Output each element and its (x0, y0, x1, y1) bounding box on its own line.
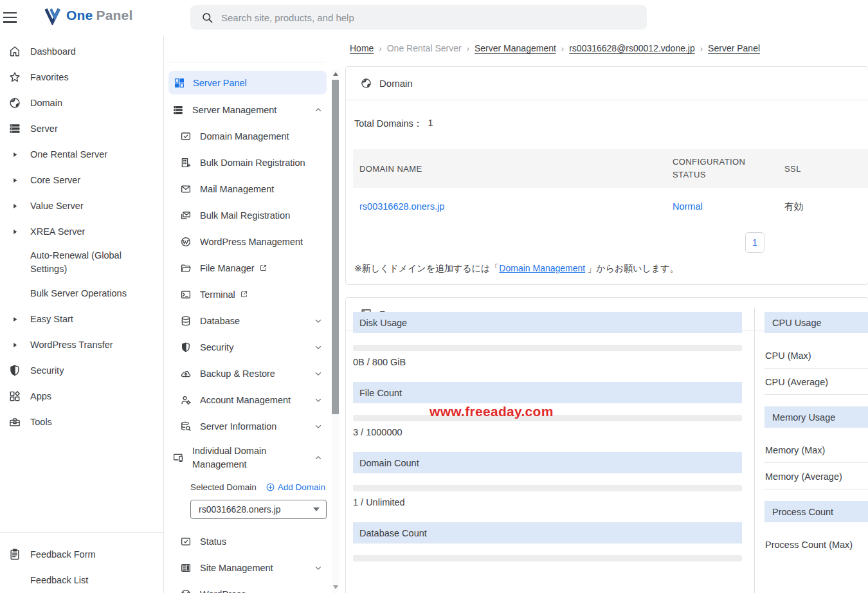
domain-select[interactable]: rs00316628.oners.jp (190, 500, 327, 519)
sidebar-item-easy-start[interactable]: Easy Start (0, 306, 163, 332)
sidebar-item-security[interactable]: Security (0, 358, 163, 383)
sidebar-item-value-server[interactable]: Value Server (0, 193, 163, 219)
search-bar[interactable] (190, 5, 647, 30)
menu-item-server-management[interactable]: Server Management (165, 96, 330, 123)
wordpress-icon (177, 588, 194, 593)
devices-icon (170, 452, 186, 464)
chevron-down-icon (314, 396, 323, 405)
menu-item-label: Bulk Domain Registration (200, 158, 305, 168)
plus-circle-icon (266, 482, 275, 492)
breadcrumb-separator (561, 44, 564, 53)
scroll-up-arrow[interactable] (333, 72, 338, 76)
scrollbar-thumb[interactable] (332, 80, 339, 414)
caret-down-icon (313, 507, 320, 511)
search-input[interactable] (221, 12, 647, 23)
shield-icon (177, 342, 194, 353)
sidebar-item-dashboard[interactable]: Dashboard (0, 39, 163, 64)
metric-domain-count: Domain Count 1 / Unlimited (353, 452, 742, 508)
breadcrumb-home[interactable]: Home (350, 43, 374, 53)
sidebar-item-xrea-server[interactable]: XREA Server (0, 219, 163, 244)
triangle-right-icon (6, 228, 23, 235)
metric-row: CPU (Max) (764, 342, 868, 369)
checkbox-icon (177, 131, 194, 142)
sidebar-item-core-server[interactable]: Core Server (0, 167, 163, 193)
vertical-divider (754, 307, 755, 593)
chevron-up-icon (314, 453, 323, 462)
menu-item-wordpress-management[interactable]: WordPress Management (165, 228, 330, 255)
chevron-down-icon (314, 422, 323, 431)
metric-header: Memory Usage (764, 406, 868, 428)
sidebar-item-label: Easy Start (30, 314, 73, 324)
menu-item-server-panel[interactable]: Server Panel (168, 71, 327, 95)
folder-open-icon (177, 262, 194, 274)
sidebar-item-label: Auto-Renewal (Global Settings) (30, 249, 140, 276)
menu-item-database[interactable]: Database (165, 307, 330, 334)
menu-item-domain-management[interactable]: Domain Management (165, 123, 330, 149)
breadcrumb-server-panel[interactable]: Server Panel (708, 43, 760, 53)
resources-left-column: Disk Usage 0B / 800 GiB File Count 3 / 1… (353, 312, 742, 592)
sidebar-item-bulk-server-operations[interactable]: Bulk Server Operations (0, 280, 163, 306)
domain-note: ※新しくドメインを追加するには「Domain Management」からお願いし… (354, 263, 679, 275)
add-domain-button[interactable]: Add Domain (266, 482, 325, 492)
triangle-right-icon (6, 151, 23, 158)
sidebar-item-server[interactable]: Server (0, 116, 163, 141)
home-icon (6, 45, 23, 58)
menu-item-file-manager[interactable]: File Manager (165, 255, 330, 281)
sidebar-item-label: Apps (30, 391, 51, 401)
scroll-down-arrow[interactable] (333, 585, 338, 589)
menu-item-site-management[interactable]: Site Management (165, 554, 330, 581)
metric-disk-usage: Disk Usage 0B / 800 GiB (353, 312, 742, 368)
server-panel-menu: Server Panel Server Management Domain Ma… (165, 36, 341, 593)
wordpress-icon (177, 236, 194, 248)
menu-item-label: Bulk Mail Registration (200, 210, 290, 221)
sidebar-item-favorites[interactable]: Favorites (0, 64, 163, 90)
menu-item-terminal[interactable]: Terminal (165, 281, 330, 307)
sidebar-item-wordpress-transfer[interactable]: WordPress Transfer (0, 332, 163, 358)
menu-item-backup-restore[interactable]: Backup & Restore (165, 360, 330, 387)
menu-item-bulk-mail-registration[interactable]: Bulk Mail Registration (165, 202, 330, 228)
domain-card-title: Domain (379, 78, 413, 89)
sidebar-item-label: One Rental Server (30, 149, 107, 160)
menu-item-label: WordPress Management (200, 237, 303, 247)
sidebar-item-apps[interactable]: Apps (0, 383, 163, 409)
logo-v-icon (42, 6, 63, 25)
menu-item-server-information[interactable]: Server Information (165, 413, 330, 439)
menu-item-bulk-domain-registration[interactable]: Bulk Domain Registration (165, 149, 330, 176)
menu-scrollbar[interactable] (332, 69, 339, 593)
menu-item-status[interactable]: Status (165, 528, 330, 554)
status-link[interactable]: Normal (673, 201, 703, 212)
breadcrumb-server-management[interactable]: Server Management (475, 43, 556, 53)
hamburger-menu-icon[interactable] (3, 9, 20, 26)
metric-value: 1 / Unlimited (353, 497, 742, 508)
menu-item-label: Mail Management (200, 184, 274, 194)
sidebar-item-one-rental-server[interactable]: One Rental Server (0, 141, 163, 167)
checkbox-icon (177, 536, 194, 547)
menu-item-security[interactable]: Security (165, 334, 330, 360)
sidebar-item-label: Bulk Server Operations (30, 288, 127, 298)
menu-item-wordpress[interactable]: WordPress (165, 581, 330, 593)
breadcrumb-separator (467, 44, 469, 53)
menu-item-individual-domain-management[interactable]: Individual Domain Management (165, 439, 330, 476)
primary-sidebar: Dashboard Favorites Domain Server (0, 36, 164, 593)
memory-group: Memory Usage Memory (Max) Memory (Averag… (764, 406, 868, 489)
search-icon (201, 12, 213, 24)
breadcrumb-server-account[interactable]: rs00316628@rs00012.vdone.jp (569, 43, 695, 53)
sidebar-item-domain[interactable]: Domain (0, 90, 163, 116)
sidebar-item-label: Server (30, 123, 58, 134)
sidebar-item-auto-renewal[interactable]: Auto-Renewal (Global Settings) (0, 244, 163, 280)
sidebar-item-feedback-form[interactable]: Feedback Form (0, 542, 163, 567)
note-domain-management-link[interactable]: Domain Management (499, 263, 585, 273)
note-suffix: 」からお願いします。 (587, 263, 678, 273)
selected-domain-block: Selected Domain Add Domain rs00316628.on… (165, 476, 330, 528)
pagination-page-1[interactable]: 1 (745, 232, 764, 253)
star-icon (6, 71, 23, 84)
sidebar-item-tools[interactable]: Tools (0, 409, 163, 435)
menu-item-account-management[interactable]: Account Management (165, 387, 330, 413)
domain-link[interactable]: rs00316628.oners.jp (359, 201, 444, 212)
breadcrumb-separator (379, 44, 381, 53)
app-logo[interactable]: One Panel (42, 6, 132, 25)
menu-item-mail-management[interactable]: Mail Management (165, 176, 330, 202)
sidebar-item-feedback-list[interactable]: Feedback List (0, 567, 163, 593)
account-gear-icon (177, 394, 194, 406)
shield-icon (6, 364, 23, 377)
